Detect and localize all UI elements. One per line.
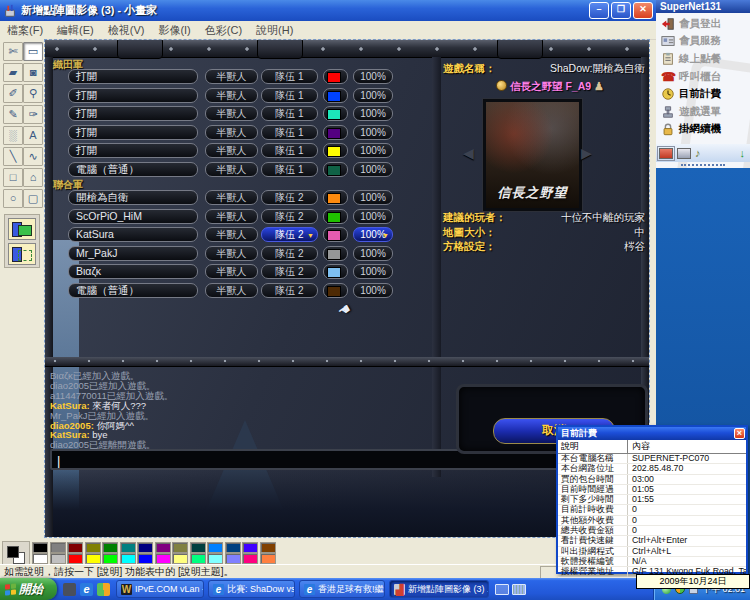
menu-item[interactable]: 編輯(E)	[50, 23, 101, 38]
player-color-dropdown[interactable]	[323, 125, 348, 140]
player-name-button[interactable]: ScOrPiO_HiM	[68, 209, 198, 224]
palette-color[interactable]	[102, 553, 118, 564]
sidebar-item-online-order[interactable]: 線上點餐	[656, 50, 750, 68]
player-name-button[interactable]: 電腦（普通）	[68, 283, 198, 298]
sidebar-item-call-counter[interactable]: ☎ 呼叫櫃台	[656, 68, 750, 86]
player-color-dropdown[interactable]	[323, 69, 348, 84]
palette-color[interactable]	[225, 542, 241, 553]
sidebar-item-current-billing[interactable]: 目前計費	[656, 85, 750, 103]
sidebar-item-game-menu[interactable]: 遊戲選單	[656, 103, 750, 121]
minimize-button[interactable]: –	[589, 2, 609, 19]
tool-color-picker-icon[interactable]: ✐	[3, 84, 23, 103]
billing-popup-titlebar[interactable]: 目前計費 ×	[558, 427, 746, 440]
download-arrow-icon[interactable]: ↓	[740, 147, 746, 159]
player-color-dropdown[interactable]	[323, 246, 348, 261]
player-color-dropdown[interactable]	[323, 227, 348, 242]
player-name-button[interactable]: 打開	[68, 143, 198, 158]
player-color-dropdown[interactable]	[323, 162, 348, 177]
team-dropdown[interactable]: 隊伍 2▼	[261, 227, 318, 242]
tool-select-icon[interactable]: ▭	[23, 42, 43, 61]
team-dropdown[interactable]: 隊伍 1▼	[261, 106, 318, 121]
tool-airbrush-icon[interactable]: ░	[3, 126, 23, 145]
team-dropdown[interactable]: 隊伍 2▼	[261, 264, 318, 279]
title-bar[interactable]: 新增點陣圖影像 (3) - 小畫家 – ❐ ✕	[0, 0, 656, 21]
handicap-dropdown[interactable]: 100%▼	[353, 125, 393, 140]
menu-item[interactable]: 色彩(C)	[198, 23, 249, 38]
tool-text-icon[interactable]: A	[23, 126, 43, 145]
monitor-icon[interactable]	[495, 584, 509, 595]
team-dropdown[interactable]: 隊伍 1▼	[261, 162, 318, 177]
tool-free-select-icon[interactable]: ✄	[3, 42, 23, 61]
tool-rounded-rect-icon[interactable]: ▢	[23, 189, 43, 208]
race-button[interactable]: 半獸人	[205, 246, 258, 261]
player-color-dropdown[interactable]	[323, 106, 348, 121]
handicap-dropdown[interactable]: 100%▼	[353, 190, 393, 205]
race-button[interactable]: 半獸人	[205, 162, 258, 177]
team-dropdown[interactable]: 隊伍 1▼	[261, 88, 318, 103]
billing-close-icon[interactable]: ×	[734, 428, 745, 439]
player-name-button[interactable]: 打開	[68, 106, 198, 121]
tool-polygon-icon[interactable]: ⌂	[23, 168, 43, 187]
handicap-dropdown[interactable]: 100%▼	[353, 143, 393, 158]
palette-color[interactable]	[172, 542, 188, 553]
taskbar-task-ie-match[interactable]: e 比賽: ShaDow vs ΦN...	[208, 580, 295, 598]
handicap-dropdown[interactable]: 100%▼	[353, 209, 393, 224]
sidebar-item-logout[interactable]: 會員登出	[656, 15, 750, 33]
palette-color[interactable]	[120, 542, 136, 553]
palette-color[interactable]	[137, 553, 153, 564]
player-color-dropdown[interactable]	[323, 283, 348, 298]
team-dropdown[interactable]: 隊伍 1▼	[261, 125, 318, 140]
tool-curve-icon[interactable]: ∿	[23, 147, 43, 166]
team-dropdown[interactable]: 隊伍 2▼	[261, 190, 318, 205]
player-name-button[interactable]: Mr_PakJ	[68, 246, 198, 261]
tool-fill-icon[interactable]: ◙	[23, 63, 43, 82]
player-name-button[interactable]: 打開	[68, 88, 198, 103]
player-name-button[interactable]: 開槍為自衛	[68, 190, 198, 205]
menu-item[interactable]: 說明(H)	[249, 23, 300, 38]
palette-color[interactable]	[260, 553, 276, 564]
player-name-button[interactable]: KatSura	[68, 227, 198, 242]
tool-ellipse-icon[interactable]: ○	[3, 189, 23, 208]
menu-item[interactable]: 檢視(V)	[101, 23, 152, 38]
taskbar-task-paint[interactable]: ▟ 新增點陣圖影像 (3) ...	[389, 580, 489, 598]
close-button[interactable]: ✕	[633, 2, 653, 19]
palette-color[interactable]	[67, 542, 83, 553]
palette-color[interactable]	[155, 553, 171, 564]
handicap-dropdown[interactable]: 100%▼	[353, 283, 393, 298]
handicap-dropdown[interactable]: 100%▼	[353, 88, 393, 103]
handicap-dropdown[interactable]: 100%▼	[353, 227, 393, 242]
ie-icon[interactable]: e	[80, 583, 93, 596]
palette-color[interactable]	[85, 553, 101, 564]
palette-color[interactable]	[207, 542, 223, 553]
palette-color[interactable]	[85, 542, 101, 553]
team-dropdown[interactable]: 隊伍 2▼	[261, 246, 318, 261]
menu-item[interactable]: 影像(I)	[151, 23, 197, 38]
player-name-button[interactable]: 打開	[68, 125, 198, 140]
player-color-dropdown[interactable]	[323, 143, 348, 158]
palette-color[interactable]	[207, 553, 223, 564]
player-color-dropdown[interactable]	[323, 88, 348, 103]
handicap-dropdown[interactable]: 100%▼	[353, 69, 393, 84]
palette-color[interactable]	[172, 553, 188, 564]
start-button[interactable]: 開始	[0, 578, 57, 600]
tool-pencil-icon[interactable]: ✎	[3, 105, 23, 124]
race-button[interactable]: 半獸人	[205, 190, 258, 205]
palette-color[interactable]	[32, 542, 48, 553]
palette-color[interactable]	[155, 542, 171, 553]
selection-transparent-option[interactable]	[8, 243, 36, 265]
palette-color[interactable]	[225, 553, 241, 564]
palette-color[interactable]	[190, 542, 206, 553]
player-color-dropdown[interactable]	[323, 264, 348, 279]
player-color-dropdown[interactable]	[323, 209, 348, 224]
palette-color[interactable]	[190, 553, 206, 564]
selection-opaque-option[interactable]	[8, 218, 36, 240]
race-button[interactable]: 半獸人	[205, 69, 258, 84]
palette-color[interactable]	[137, 542, 153, 553]
player-name-button[interactable]: 打開	[68, 69, 198, 84]
player-color-dropdown[interactable]	[323, 190, 348, 205]
quick-launch-messenger-icon[interactable]	[97, 583, 110, 596]
player-name-button[interactable]: 電腦（普通）	[68, 162, 198, 177]
quick-launch-app-icon[interactable]	[63, 583, 76, 596]
tool-magnifier-icon[interactable]: ⚲	[23, 84, 43, 103]
tool-line-icon[interactable]: ╲	[3, 147, 23, 166]
